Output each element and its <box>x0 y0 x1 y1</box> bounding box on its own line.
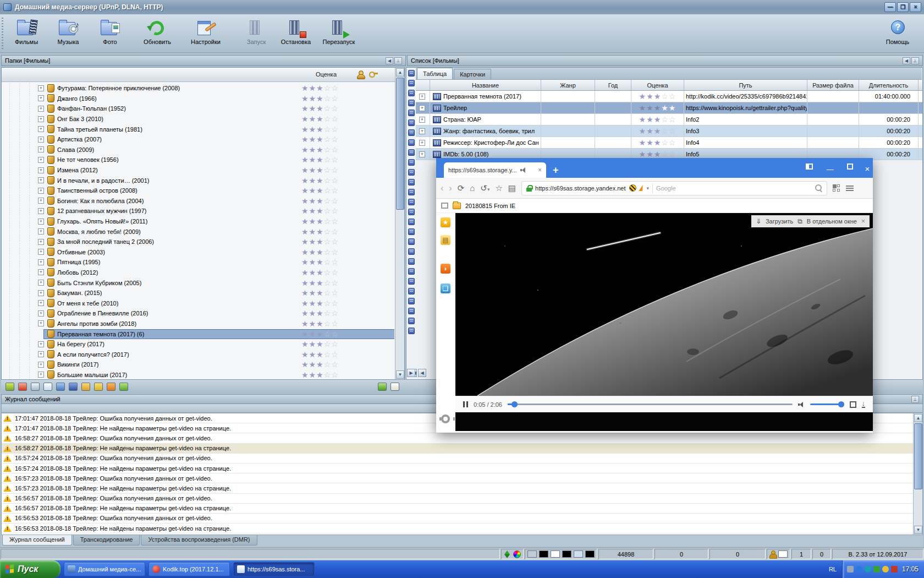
log-row[interactable]: ! 16:56:57 2018-08-18 Трейлер: Ошибка по… <box>2 494 922 504</box>
tree-item[interactable]: + Тайна третьей планеты (1981) ★★★☆☆ <box>2 124 394 134</box>
rating-stars[interactable]: ★★★☆☆ <box>301 134 339 145</box>
tray-shield-icon[interactable] <box>873 566 880 572</box>
row-rating-stars[interactable]: ★★★★★ <box>633 103 682 112</box>
expander-icon[interactable]: + <box>38 249 44 255</box>
log-row[interactable]: ! 16:56:57 2018-08-18 Трейлер: Не найден… <box>2 504 922 514</box>
tray-player-icon[interactable] <box>856 566 862 572</box>
tool-icon-palette[interactable] <box>6 383 14 391</box>
notes-icon[interactable]: ▤ <box>508 183 516 193</box>
close-button[interactable]: × <box>910 2 921 12</box>
rating-stars[interactable]: ★★★☆☆ <box>301 226 339 237</box>
tab-cards[interactable]: Карточки <box>454 69 491 79</box>
workspace-icon[interactable] <box>804 163 815 171</box>
menu-icon[interactable] <box>846 186 854 191</box>
download-button[interactable]: Загрузить <box>766 218 793 225</box>
list-row-tool-icon[interactable] <box>408 159 415 166</box>
col-size[interactable]: Размер файла <box>807 80 859 90</box>
row-expander-icon[interactable]: + <box>419 128 425 134</box>
hscroll-right-icon[interactable]: ▶ <box>407 369 415 377</box>
browser-titlebar[interactable]: https://s69sas.storage.y... × + — × <box>436 158 873 178</box>
pause-icon[interactable] <box>463 401 468 407</box>
table-row[interactable]: + Режиссер: Кристофер-Ли дос Сан ★★★☆☆ I… <box>416 137 923 149</box>
home-icon[interactable]: ⌂ <box>470 183 475 193</box>
expander-icon[interactable]: + <box>38 219 44 225</box>
col-rating[interactable]: Оценка <box>631 80 684 90</box>
tree-item[interactable]: + Артистка (2007) ★★★☆☆ <box>2 134 394 145</box>
language-indicator[interactable]: RL <box>823 566 842 572</box>
row-rating-stars[interactable]: ★★★☆☆ <box>633 127 682 135</box>
taskbar-task-kodik[interactable]: Kodik.top (2017.12.1... <box>148 562 230 576</box>
video-player[interactable]: ⇓ Загрузить ⧉ В отдельном окне × <box>455 213 873 396</box>
collapse-left-icon[interactable]: ◀ <box>386 57 393 64</box>
list-row-tool-icon[interactable] <box>408 228 415 235</box>
settings-button[interactable]: Настройки <box>185 17 227 51</box>
volume-slider[interactable] <box>810 403 844 405</box>
sidebar-toggle-icon[interactable] <box>441 203 448 209</box>
log-row[interactable]: ! 16:57:23 2018-08-18 Трейлер: Ошибка по… <box>2 473 922 483</box>
list-row-tool-icon[interactable] <box>408 209 415 215</box>
table-row[interactable]: + Жанр: фантастика, боевик, трил ★★★☆☆ I… <box>416 126 923 137</box>
tree-item[interactable]: + Не тот человек (1956) ★★★☆☆ <box>2 155 394 165</box>
list-row-tool-icon[interactable] <box>408 169 415 176</box>
expander-icon[interactable]: + <box>38 351 44 357</box>
restart-server-button[interactable]: Перезапуск <box>318 17 360 51</box>
user-rating-icon[interactable] <box>357 70 364 78</box>
table-row[interactable]: + Прерванная темнота (2017) ★★★☆☆ http:/… <box>416 91 923 102</box>
volume-icon[interactable] <box>798 401 805 408</box>
expander-icon[interactable]: + <box>38 85 44 91</box>
tree-item[interactable]: + Прерванная темнота (2017) (6) ★★★☆☆ <box>2 329 394 339</box>
tree-item[interactable]: + Викинги (2017) ★★★☆☆ <box>2 359 394 370</box>
collapse-right-icon[interactable]: ◀ <box>903 57 910 64</box>
expander-icon[interactable]: + <box>38 177 44 183</box>
taskbar-task-hms[interactable]: Домашний медиа-се... <box>64 562 145 576</box>
tab-close-icon[interactable]: × <box>538 166 542 174</box>
separate-window-button[interactable]: В отдельном окне <box>807 218 857 225</box>
download-icon[interactable]: ⇓ <box>756 217 761 225</box>
rating-stars[interactable]: ★★★☆☆ <box>301 319 339 329</box>
list-tool-folder-icon[interactable] <box>378 383 387 391</box>
rating-stars[interactable]: ★★★☆☆ <box>301 237 339 247</box>
tree-item[interactable]: + Бакуман. (2015) ★★★☆☆ <box>2 288 394 298</box>
tool-icon-cloud[interactable] <box>43 383 52 391</box>
log-row[interactable]: ! 16:56:53 2018-08-18 Трейлер: Не найден… <box>2 524 922 533</box>
tree-item[interactable]: + От меня к тебе (2010) ★★★☆☆ <box>2 298 394 308</box>
fullscreen-icon[interactable] <box>850 401 856 408</box>
list-row-tool-icon[interactable] <box>408 70 415 77</box>
expander-icon[interactable]: + <box>38 157 44 163</box>
expander-icon[interactable]: + <box>38 208 44 214</box>
expander-icon[interactable]: + <box>38 167 44 173</box>
protect-bee-icon[interactable] <box>629 184 636 192</box>
tool-icon-grid[interactable] <box>56 383 65 391</box>
log-row[interactable]: ! 16:57:24 2018-08-18 Трейлер: Не найден… <box>2 464 922 473</box>
films-button[interactable]: Фильмы <box>6 17 47 51</box>
rating-stars[interactable]: ★★★☆☆ <box>301 370 339 380</box>
expander-icon[interactable]: + <box>38 300 44 306</box>
row-rating-stars[interactable]: ★★★☆☆ <box>633 150 682 159</box>
tool-icon-arrow[interactable] <box>94 383 103 391</box>
tree-column-header[interactable]: Оценка <box>2 68 404 82</box>
tree-item[interactable]: + Пятница (1995) ★★★☆☆ <box>2 257 394 268</box>
scroll-down-icon[interactable]: ▼ <box>914 526 922 534</box>
bookmark-star-icon[interactable]: ☆ <box>495 183 502 193</box>
rating-stars[interactable]: ★★★☆☆ <box>301 186 339 196</box>
gear-icon[interactable] <box>441 415 450 423</box>
rating-stars[interactable]: ★★★☆☆ <box>301 257 339 268</box>
taskbar-task-browser[interactable]: https://s69sas.stora... <box>233 562 315 576</box>
rating-stars[interactable]: ★★★☆☆ <box>301 165 339 176</box>
maximize-button[interactable]: ❐ <box>897 2 909 12</box>
seek-knob[interactable] <box>512 401 518 407</box>
list-row-tool-icon[interactable] <box>408 278 415 285</box>
list-row-tool-icon[interactable] <box>408 110 415 116</box>
tray-e-icon[interactable] <box>865 566 871 572</box>
expander-icon[interactable]: + <box>38 126 44 132</box>
tray-sphere-icon[interactable] <box>882 566 889 572</box>
refresh-button[interactable]: Обновить <box>136 17 178 51</box>
list-row-tool-icon[interactable] <box>408 268 415 275</box>
row-expander-icon[interactable]: + <box>419 94 425 100</box>
log-row[interactable]: ! 16:56:53 2018-08-18 Трейлер: Ошибка по… <box>2 514 922 524</box>
expander-icon[interactable]: + <box>38 362 44 368</box>
reload-icon[interactable]: ⟳ <box>458 183 465 193</box>
video-download-icon[interactable]: ↓ <box>862 401 866 408</box>
rating-stars[interactable]: ★★★☆☆ <box>301 216 339 227</box>
tree-item[interactable]: + Таинственный остров (2008) ★★★☆☆ <box>2 186 394 196</box>
